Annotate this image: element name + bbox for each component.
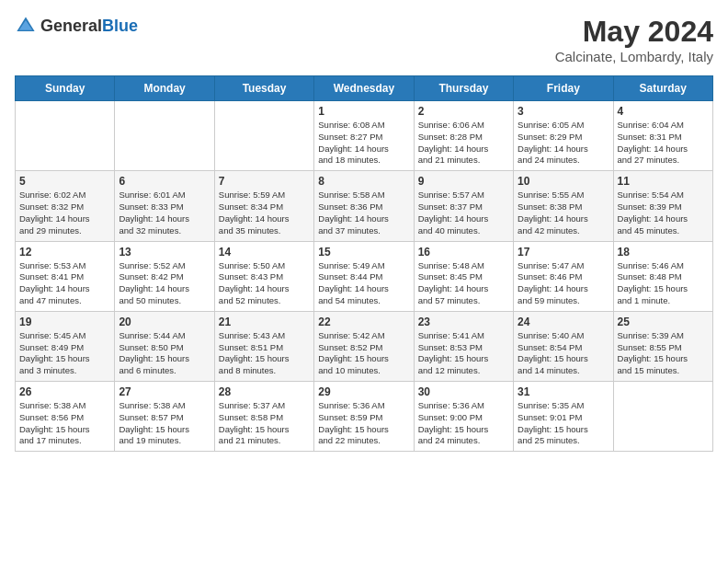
day-number: 18 — [618, 246, 709, 259]
calendar-cell: 11Sunrise: 5:54 AM Sunset: 8:39 PM Dayli… — [613, 171, 712, 241]
day-info: Sunrise: 6:02 AM Sunset: 8:32 PM Dayligh… — [19, 190, 110, 236]
day-number: 1 — [318, 105, 409, 118]
day-number: 6 — [119, 175, 210, 188]
day-info: Sunrise: 5:50 AM Sunset: 8:43 PM Dayligh… — [219, 260, 310, 307]
day-number: 16 — [418, 246, 509, 259]
weekday-header-friday: Friday — [514, 76, 613, 101]
calendar-cell: 31Sunrise: 5:35 AM Sunset: 9:01 PM Dayli… — [514, 382, 613, 452]
calendar-cell — [115, 101, 214, 171]
weekday-header-wednesday: Wednesday — [314, 76, 414, 101]
weekday-header-tuesday: Tuesday — [214, 76, 313, 101]
day-info: Sunrise: 5:36 AM Sunset: 9:00 PM Dayligh… — [418, 400, 509, 447]
day-number: 20 — [119, 316, 210, 328]
logo-text: GeneralBlue — [40, 17, 138, 36]
day-info: Sunrise: 5:46 AM Sunset: 8:48 PM Dayligh… — [618, 260, 709, 307]
weekday-header-monday: Monday — [115, 76, 214, 101]
day-number: 31 — [518, 385, 609, 398]
day-number: 2 — [418, 105, 509, 118]
calendar-cell — [214, 101, 313, 171]
calendar-cell: 29Sunrise: 5:36 AM Sunset: 8:59 PM Dayli… — [314, 382, 414, 452]
calendar-cell: 19Sunrise: 5:45 AM Sunset: 8:49 PM Dayli… — [16, 311, 115, 381]
calendar-cell: 24Sunrise: 5:40 AM Sunset: 8:54 PM Dayli… — [514, 311, 613, 381]
calendar-week-5: 26Sunrise: 5:38 AM Sunset: 8:56 PM Dayli… — [16, 382, 713, 452]
day-number: 23 — [418, 316, 509, 328]
day-info: Sunrise: 6:05 AM Sunset: 8:29 PM Dayligh… — [518, 120, 609, 167]
calendar-cell: 2Sunrise: 6:06 AM Sunset: 8:28 PM Daylig… — [414, 101, 513, 171]
calendar-cell: 1Sunrise: 6:08 AM Sunset: 8:27 PM Daylig… — [314, 101, 414, 171]
weekday-header-saturday: Saturday — [613, 76, 712, 101]
day-info: Sunrise: 5:38 AM Sunset: 8:57 PM Dayligh… — [119, 400, 210, 447]
day-number: 7 — [219, 175, 310, 188]
day-info: Sunrise: 5:39 AM Sunset: 8:55 PM Dayligh… — [618, 330, 709, 377]
calendar-subtitle: Calcinate, Lombardy, Italy — [555, 49, 713, 64]
logo-blue: Blue — [102, 17, 138, 35]
day-info: Sunrise: 5:57 AM Sunset: 8:37 PM Dayligh… — [418, 190, 509, 236]
weekday-header-sunday: Sunday — [16, 76, 115, 101]
calendar-cell: 14Sunrise: 5:50 AM Sunset: 8:43 PM Dayli… — [214, 241, 313, 311]
day-info: Sunrise: 5:36 AM Sunset: 8:59 PM Dayligh… — [318, 400, 409, 447]
calendar-week-4: 19Sunrise: 5:45 AM Sunset: 8:49 PM Dayli… — [16, 311, 713, 381]
calendar-cell — [16, 101, 115, 171]
day-number: 11 — [618, 175, 709, 188]
calendar-week-2: 5Sunrise: 6:02 AM Sunset: 8:32 PM Daylig… — [16, 171, 713, 241]
day-info: Sunrise: 5:47 AM Sunset: 8:46 PM Dayligh… — [518, 260, 609, 307]
day-number: 9 — [418, 175, 509, 188]
day-number: 30 — [418, 385, 509, 398]
day-number: 22 — [318, 316, 409, 328]
calendar-cell: 6Sunrise: 6:01 AM Sunset: 8:33 PM Daylig… — [115, 171, 214, 241]
day-info: Sunrise: 5:48 AM Sunset: 8:45 PM Dayligh… — [418, 260, 509, 307]
day-info: Sunrise: 5:37 AM Sunset: 8:58 PM Dayligh… — [219, 400, 310, 447]
calendar-cell: 27Sunrise: 5:38 AM Sunset: 8:57 PM Dayli… — [115, 382, 214, 452]
calendar-cell: 30Sunrise: 5:36 AM Sunset: 9:00 PM Dayli… — [414, 382, 513, 452]
calendar-cell: 21Sunrise: 5:43 AM Sunset: 8:51 PM Dayli… — [214, 311, 313, 381]
day-info: Sunrise: 5:44 AM Sunset: 8:50 PM Dayligh… — [119, 330, 210, 377]
calendar-week-1: 1Sunrise: 6:08 AM Sunset: 8:27 PM Daylig… — [16, 101, 713, 171]
logo: GeneralBlue — [15, 15, 138, 37]
day-info: Sunrise: 5:41 AM Sunset: 8:53 PM Dayligh… — [418, 330, 509, 377]
logo-icon — [15, 15, 37, 37]
day-info: Sunrise: 5:40 AM Sunset: 8:54 PM Dayligh… — [518, 330, 609, 377]
calendar-cell: 3Sunrise: 6:05 AM Sunset: 8:29 PM Daylig… — [514, 101, 613, 171]
day-info: Sunrise: 6:04 AM Sunset: 8:31 PM Dayligh… — [618, 120, 709, 167]
day-info: Sunrise: 5:38 AM Sunset: 8:56 PM Dayligh… — [19, 400, 110, 447]
day-number: 28 — [219, 385, 310, 398]
day-number: 25 — [618, 316, 709, 328]
day-number: 26 — [19, 385, 110, 398]
calendar-cell: 22Sunrise: 5:42 AM Sunset: 8:52 PM Dayli… — [314, 311, 414, 381]
day-number: 13 — [119, 246, 210, 259]
day-info: Sunrise: 5:43 AM Sunset: 8:51 PM Dayligh… — [219, 330, 310, 377]
day-info: Sunrise: 5:35 AM Sunset: 9:01 PM Dayligh… — [518, 400, 609, 447]
day-info: Sunrise: 5:58 AM Sunset: 8:36 PM Dayligh… — [318, 190, 409, 236]
calendar-cell: 16Sunrise: 5:48 AM Sunset: 8:45 PM Dayli… — [414, 241, 513, 311]
calendar-cell: 18Sunrise: 5:46 AM Sunset: 8:48 PM Dayli… — [613, 241, 712, 311]
calendar-cell: 15Sunrise: 5:49 AM Sunset: 8:44 PM Dayli… — [314, 241, 414, 311]
weekday-header-row: SundayMondayTuesdayWednesdayThursdayFrid… — [16, 76, 713, 101]
calendar-cell: 17Sunrise: 5:47 AM Sunset: 8:46 PM Dayli… — [514, 241, 613, 311]
day-info: Sunrise: 5:45 AM Sunset: 8:49 PM Dayligh… — [19, 330, 110, 377]
calendar-cell: 23Sunrise: 5:41 AM Sunset: 8:53 PM Dayli… — [414, 311, 513, 381]
day-number: 14 — [219, 246, 310, 259]
calendar-cell: 26Sunrise: 5:38 AM Sunset: 8:56 PM Dayli… — [16, 382, 115, 452]
day-number: 12 — [19, 246, 110, 259]
day-number: 3 — [518, 105, 609, 118]
weekday-header-thursday: Thursday — [414, 76, 513, 101]
day-number: 8 — [318, 175, 409, 188]
day-number: 4 — [618, 105, 709, 118]
day-info: Sunrise: 5:59 AM Sunset: 8:34 PM Dayligh… — [219, 190, 310, 236]
day-number: 17 — [518, 246, 609, 259]
title-area: May 2024 Calcinate, Lombardy, Italy — [555, 15, 713, 64]
calendar-cell: 7Sunrise: 5:59 AM Sunset: 8:34 PM Daylig… — [214, 171, 313, 241]
day-info: Sunrise: 5:53 AM Sunset: 8:41 PM Dayligh… — [19, 260, 110, 307]
page-header: GeneralBlue May 2024 Calcinate, Lombardy… — [15, 15, 713, 64]
day-number: 27 — [119, 385, 210, 398]
calendar-week-3: 12Sunrise: 5:53 AM Sunset: 8:41 PM Dayli… — [16, 241, 713, 311]
day-info: Sunrise: 6:08 AM Sunset: 8:27 PM Dayligh… — [318, 120, 409, 167]
day-number: 5 — [19, 175, 110, 188]
day-info: Sunrise: 5:54 AM Sunset: 8:39 PM Dayligh… — [618, 190, 709, 236]
day-number: 24 — [518, 316, 609, 328]
day-number: 15 — [318, 246, 409, 259]
day-info: Sunrise: 5:42 AM Sunset: 8:52 PM Dayligh… — [318, 330, 409, 377]
calendar-cell: 13Sunrise: 5:52 AM Sunset: 8:42 PM Dayli… — [115, 241, 214, 311]
calendar-cell: 12Sunrise: 5:53 AM Sunset: 8:41 PM Dayli… — [16, 241, 115, 311]
logo-general: General — [40, 17, 102, 35]
